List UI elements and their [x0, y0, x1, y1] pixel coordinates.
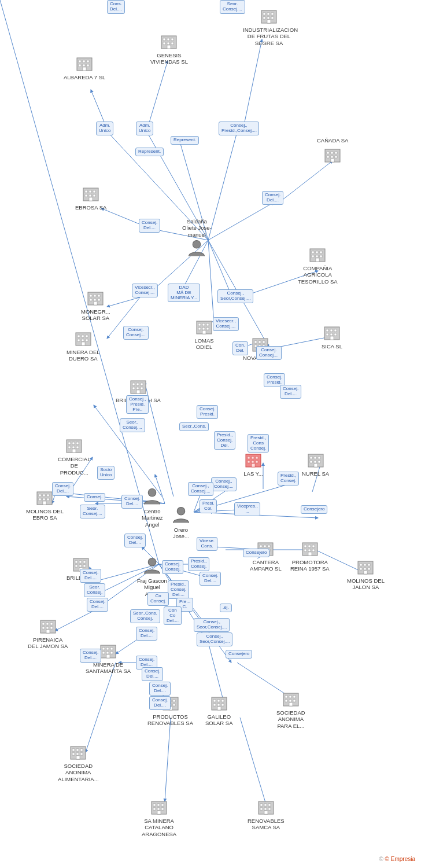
role-consej-del-9: Consej.Del....: [136, 627, 157, 641]
svg-rect-231: [46, 623, 49, 625]
svg-rect-176: [47, 498, 49, 501]
svg-point-196: [148, 558, 156, 567]
svg-point-113: [193, 241, 201, 249]
svg-rect-110: [316, 255, 318, 258]
svg-line-7: [147, 61, 168, 130]
node-nurel[interactable]: NUREL SA: [302, 448, 329, 477]
svg-rect-262: [285, 696, 287, 698]
svg-rect-117: [98, 295, 100, 297]
svg-rect-136: [86, 339, 88, 341]
svg-rect-190: [310, 461, 312, 463]
svg-line-61: [86, 663, 116, 752]
svg-rect-166: [68, 446, 71, 448]
svg-rect-281: [153, 808, 156, 810]
building-icon-sociedad-alim: [68, 741, 88, 762]
node-lomas[interactable]: LOMASODIEL: [194, 315, 215, 351]
building-icon-genesis: [158, 30, 179, 51]
svg-rect-157: [141, 383, 143, 385]
svg-rect-132: [82, 335, 84, 337]
label-nurel: NUREL SA: [302, 470, 329, 477]
svg-rect-150: [326, 333, 328, 336]
svg-rect-268: [289, 703, 293, 706]
node-albareda[interactable]: ALBAREDA 7 SL: [64, 52, 105, 80]
svg-rect-219: [312, 549, 315, 551]
node-canada[interactable]: CAÑADA SA: [317, 136, 348, 164]
role-consejero-2: Consejero: [243, 549, 269, 557]
label-galileo: GALILEOSOLAR SA: [205, 713, 233, 727]
node-sociedad-para-el[interactable]: SOCIEDADANONIMAPARA EL...: [276, 687, 305, 729]
svg-rect-123: [198, 323, 201, 326]
svg-rect-104: [89, 197, 93, 201]
node-centro-martinez[interactable]: CentroMartinezAngel: [142, 486, 163, 528]
node-industrializacion[interactable]: INDUSTRIALIZACION DE FRUTAS DEL SEGRE SA: [243, 5, 295, 46]
node-promotora[interactable]: PROMOTORAREINA 1957 SA: [290, 537, 330, 572]
svg-rect-140: [258, 341, 261, 343]
node-genesis[interactable]: GENESISVIVIENDAS SL: [150, 30, 188, 65]
svg-rect-160: [141, 387, 143, 389]
role-consej-del-3: Consej.Del....: [52, 482, 73, 496]
svg-line-63: [240, 718, 266, 804]
role-consej-del-canada: Consej.Del....: [262, 191, 283, 205]
role-consej-del-4: Consej.Del....: [121, 495, 143, 509]
svg-rect-256: [221, 700, 224, 702]
svg-rect-225: [360, 568, 362, 570]
node-ebrosa[interactable]: EBROSA SA: [75, 182, 106, 211]
brand-name: © Empresia: [385, 856, 415, 862]
node-orero[interactable]: OreroJose...: [171, 505, 191, 540]
building-icon-industrializacion: [258, 5, 279, 25]
node-molinos-jalon[interactable]: MOLINOS DELJALON SA: [347, 556, 385, 591]
role-seor-consej-3: Seor.Consej.: [84, 583, 105, 597]
building-icon-comercial: [64, 434, 84, 455]
role-consej-seor-3: Consej.,Seor,Consej....: [197, 632, 232, 646]
node-saldana[interactable]: SaldañaOliete Jose-manuel: [182, 217, 212, 259]
svg-rect-94: [331, 156, 333, 158]
svg-rect-151: [330, 333, 333, 336]
svg-rect-283: [161, 808, 164, 810]
svg-rect-264: [293, 696, 296, 698]
svg-rect-216: [312, 545, 315, 547]
label-orero: OreroJose...: [173, 527, 189, 540]
building-icon-minera-duero: [73, 327, 94, 348]
building-icon-lomas: [194, 315, 215, 336]
node-pirenaica[interactable]: PIRENAICADEL JAMON SA: [28, 615, 68, 650]
node-monegr[interactable]: MONEGR...SOLAR SA: [81, 286, 110, 322]
svg-rect-177: [43, 501, 46, 505]
svg-rect-289: [260, 808, 263, 810]
svg-rect-87: [87, 64, 89, 67]
role-seor-consej-4: Seor.Consej....: [220, 0, 245, 14]
node-sica[interactable]: SICA SL: [322, 321, 342, 350]
node-renovables[interactable]: RENOVABLESSAMCA SA: [248, 796, 285, 831]
role-represent-2: Represent.: [171, 136, 199, 145]
svg-rect-207: [264, 545, 266, 547]
node-compania[interactable]: COMPAÑIAAGRICOLATESORILLO SA: [298, 243, 338, 285]
svg-rect-127: [202, 328, 205, 330]
svg-rect-286: [260, 804, 263, 806]
node-comercial[interactable]: COMERCIALDEPRODUC...: [58, 434, 90, 476]
node-sociedad-alim[interactable]: SOCIEDADANONIMAALIMENTARIA...: [58, 741, 99, 782]
svg-rect-116: [94, 295, 96, 297]
svg-rect-131: [77, 335, 80, 337]
svg-rect-243: [110, 652, 113, 654]
role-presi-col: Presi.Col.: [200, 499, 217, 513]
label-albareda: ALBAREDA 7 SL: [64, 74, 105, 80]
node-minera-duero[interactable]: MINERA DELDUERO SA: [67, 327, 100, 362]
role-consej-del-11: Consej.Del....: [142, 667, 163, 681]
svg-rect-70: [267, 17, 269, 19]
role-consej-presid-3: Consej.Presid.: [197, 405, 218, 419]
label-promotora: PROMOTORAREINA 1957 SA: [290, 559, 330, 572]
svg-rect-287: [264, 804, 267, 806]
node-las-y[interactable]: LAS Y...: [243, 448, 264, 477]
node-galileo[interactable]: GALILEOSOLAR SA: [205, 692, 233, 727]
role-seor-consej-2: Seor.Consej....: [80, 505, 105, 518]
svg-rect-133: [86, 335, 88, 337]
svg-rect-91: [331, 152, 333, 154]
label-minera-duero: MINERA DELDUERO SA: [67, 349, 100, 362]
svg-rect-202: [79, 565, 82, 567]
svg-rect-80: [167, 45, 171, 49]
svg-rect-255: [217, 700, 220, 702]
svg-line-9: [280, 161, 333, 201]
svg-rect-183: [252, 461, 254, 463]
svg-rect-291: [268, 808, 271, 810]
svg-rect-184: [256, 461, 258, 463]
node-sa-minera[interactable]: SA MINERACATALANOARAGONESA: [142, 796, 176, 837]
